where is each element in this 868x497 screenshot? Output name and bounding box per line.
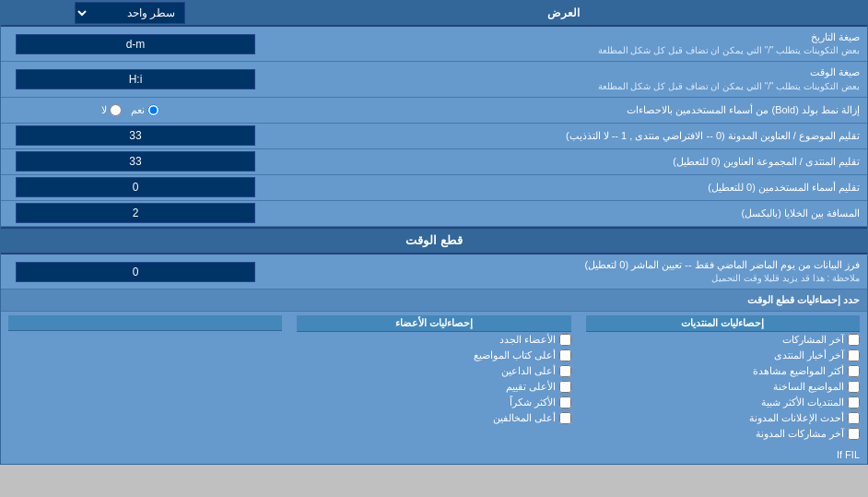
forum-order-input-container: [1, 149, 259, 173]
bold-usernames-label: إزالة نمط بولد (Bold) من أسماء المستخدمي…: [259, 100, 867, 121]
topic-order-input[interactable]: [16, 125, 255, 146]
radio-yes-text: نعم: [131, 104, 145, 116]
cut-time-data-input[interactable]: [16, 262, 255, 282]
checkbox-item-latest-posts: آخر المشاركات: [586, 332, 860, 348]
checkbox-item-most-viewed-topics: أكثر المواضيع مشاهدة: [586, 363, 860, 379]
member-stats-title: إحصاءليات الأعضاء: [297, 315, 570, 332]
checkbox-item-top-topic-writers: أعلى كتاب المواضيع: [297, 348, 570, 363]
username-trim-input[interactable]: [16, 177, 255, 197]
checkbox-latest-blog-posts[interactable]: [848, 428, 860, 440]
radio-no-text: لا: [101, 104, 107, 116]
checkbox-item-top-violators: أعلى المخالفين: [297, 410, 570, 426]
topic-order-input-container: [1, 124, 259, 148]
topic-order-row: تقليم الموضوع / العناوين المدونة (0 -- ا…: [1, 124, 867, 149]
forum-order-input[interactable]: [16, 151, 255, 172]
bold-radio-group: نعم لا: [1, 101, 259, 120]
radio-no-label[interactable]: لا: [101, 104, 122, 116]
forum-stats-title: إحصاءليات المنتديات: [586, 315, 860, 332]
checkbox-item-top-rated: الأعلى تقييم: [297, 379, 570, 395]
cut-time-data-row: فرز البيانات من يوم الماضر الماضي فقط --…: [1, 254, 867, 290]
date-format-input[interactable]: [16, 34, 255, 54]
radio-yes[interactable]: [147, 104, 159, 116]
time-format-row: صيغة الوقت بعض التكوينات يتطلب "/" التي …: [1, 62, 867, 97]
checkbox-item-top-inviters: أعلى الداعين: [297, 363, 570, 379]
date-format-label: صيغة التاريخ بعض التكوينات يتطلب "/" الت…: [259, 27, 867, 61]
username-trim-label: تقليم أسماء المستخدمين (0 للتعطيل): [259, 177, 867, 198]
checkbox-item-hot-topics: المواضيع الساخنة: [586, 379, 860, 395]
checkbox-new-members[interactable]: [559, 334, 571, 346]
cut-time-data-label: فرز البيانات من يوم الماضر الماضي فقط --…: [259, 254, 867, 289]
time-format-label: صيغة الوقت بعض التكوينات يتطلب "/" التي …: [259, 62, 867, 96]
checkbox-top-topic-writers[interactable]: [559, 349, 571, 361]
bottom-text: If FIL: [1, 445, 867, 464]
header-row: العرض سطر واحد سطرين ثلاثة أسطر: [1, 1, 867, 27]
limit-label: حدد إحصاءليات قطع الوقت: [1, 290, 867, 310]
date-format-input-container: [1, 32, 259, 56]
checkbox-latest-posts[interactable]: [848, 334, 860, 346]
forum-order-label: تقليم المنتدى / المجموعة العناوين (0 للت…: [259, 151, 867, 172]
cell-spacing-label: المسافة بين الخلايا (بالبكسل): [259, 203, 867, 224]
checkbox-item-latest-forum-news: آخر أخبار المنتدى: [586, 348, 860, 363]
bold-usernames-row: إزالة نمط بولد (Bold) من أسماء المستخدمي…: [1, 98, 867, 124]
checkboxes-container: إحصاءليات المنتديات آخر المشاركات آخر أخ…: [1, 312, 867, 445]
time-format-input[interactable]: [16, 69, 255, 89]
limit-row: حدد إحصاءليات قطع الوقت: [1, 290, 867, 312]
checkbox-most-similar-forums[interactable]: [848, 396, 860, 408]
username-trim-input-container: [1, 175, 259, 199]
cut-time-section-header: قطع الوقت: [1, 227, 867, 254]
cell-spacing-input-container: [1, 201, 259, 225]
username-trim-row: تقليم أسماء المستخدمين (0 للتعطيل): [1, 175, 867, 201]
radio-yes-label[interactable]: نعم: [131, 104, 159, 116]
checkbox-most-thanked[interactable]: [559, 396, 571, 408]
checkbox-item-latest-announcements: أحدث الإعلانات المدونة: [586, 410, 860, 426]
forum-stats-column: إحصاءليات المنتديات آخر المشاركات آخر أخ…: [579, 312, 867, 445]
checkbox-item-new-members: الأعضاء الجدد: [297, 332, 570, 348]
checkbox-hot-topics[interactable]: [848, 381, 860, 393]
cell-spacing-row: المسافة بين الخلايا (بالبكسل): [1, 201, 867, 227]
time-format-input-container: [1, 67, 259, 91]
checkbox-latest-announcements[interactable]: [848, 412, 860, 424]
checkbox-item-most-thanked: الأكثر شكراً: [297, 395, 570, 410]
main-container: العرض سطر واحد سطرين ثلاثة أسطر صيغة الت…: [0, 0, 868, 465]
cell-spacing-input[interactable]: [16, 203, 255, 223]
checkbox-top-inviters[interactable]: [559, 365, 571, 377]
checkbox-item-latest-blog-posts: آخر مشاركات المدونة: [586, 426, 860, 442]
cut-time-data-input-container: [1, 260, 259, 284]
cut-time-title: قطع الوقت: [1, 229, 867, 253]
checkbox-item-most-similar-forums: المنتديات الأكثر شبية: [586, 395, 860, 410]
date-format-row: صيغة التاريخ بعض التكوينات يتطلب "/" الت…: [1, 27, 867, 62]
checkbox-most-viewed-topics[interactable]: [848, 365, 860, 377]
dropdown-container: سطر واحد سطرين ثلاثة أسطر: [1, 2, 259, 24]
empty-column-title: [8, 315, 282, 331]
header-title: العرض: [259, 2, 867, 25]
forum-order-row: تقليم المنتدى / المجموعة العناوين (0 للت…: [1, 149, 867, 175]
checkbox-top-rated[interactable]: [559, 381, 571, 393]
member-stats-column: إحصاءليات الأعضاء الأعضاء الجدد أعلى كتا…: [289, 312, 578, 445]
empty-column: [1, 312, 289, 445]
checkbox-top-violators[interactable]: [559, 412, 571, 424]
checkbox-latest-forum-news[interactable]: [848, 349, 860, 361]
topic-order-label: تقليم الموضوع / العناوين المدونة (0 -- ا…: [259, 125, 867, 147]
radio-no[interactable]: [110, 104, 122, 116]
display-mode-select[interactable]: سطر واحد سطرين ثلاثة أسطر: [75, 2, 185, 24]
